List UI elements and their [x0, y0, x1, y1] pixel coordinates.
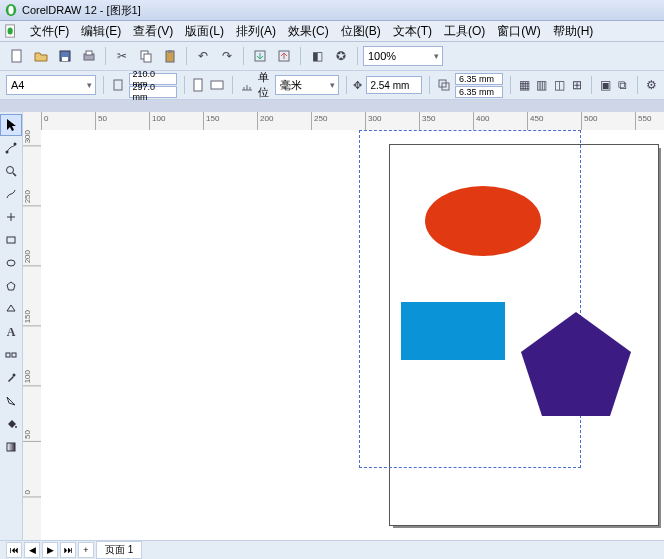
menu-file[interactable]: 文件(F)	[24, 21, 75, 42]
treat-as-filled-button[interactable]: ▣	[599, 74, 613, 96]
menu-window[interactable]: 窗口(W)	[491, 21, 546, 42]
page-dims-icon	[111, 77, 125, 93]
separator-icon	[510, 76, 511, 94]
property-bar: A4 210.0 mm 297.0 mm 单位 毫米 ✥ 2.54 mm 6.3…	[0, 71, 664, 100]
separator-icon	[186, 47, 187, 65]
svg-rect-8	[86, 51, 92, 55]
cut-button[interactable]: ✂	[111, 45, 133, 67]
svg-point-1	[8, 6, 13, 15]
dynamic-guides-button[interactable]: ⊞	[570, 74, 584, 96]
svg-rect-17	[211, 81, 223, 89]
page-height-field[interactable]: 297.0 mm	[129, 86, 177, 98]
separator-icon	[184, 76, 185, 94]
paper-size-dropdown[interactable]: A4	[6, 75, 96, 95]
separator-icon	[243, 47, 244, 65]
import-button[interactable]	[249, 45, 271, 67]
menu-tools[interactable]: 工具(O)	[438, 21, 491, 42]
menu-help[interactable]: 帮助(H)	[547, 21, 600, 42]
undo-button[interactable]: ↶	[192, 45, 214, 67]
units-icon	[240, 77, 254, 93]
corel-online-button[interactable]: ✪	[330, 45, 352, 67]
separator-icon	[103, 76, 104, 94]
svg-rect-16	[194, 79, 202, 91]
separator-icon	[105, 47, 106, 65]
menu-edit[interactable]: 编辑(E)	[75, 21, 127, 42]
app-launcher-button[interactable]: ◧	[306, 45, 328, 67]
units-value: 毫米	[280, 78, 302, 93]
standard-toolbar: ✂ ↶ ↷ ◧ ✪ 100%	[0, 42, 664, 71]
doc-icon	[4, 24, 18, 38]
svg-point-3	[8, 28, 13, 35]
draw-complex-button[interactable]: ⧉	[616, 74, 630, 96]
units-dropdown[interactable]: 毫米	[275, 75, 339, 95]
title-bar: CorelDRAW 12 - [图形1]	[0, 0, 664, 21]
app-title: CorelDRAW 12	[22, 4, 97, 16]
dup-offset-fields: 6.35 mm 6.35 mm	[455, 73, 503, 98]
doc-title: [图形1]	[107, 3, 141, 18]
options-button[interactable]: ⚙	[644, 74, 658, 96]
landscape-button[interactable]	[209, 74, 225, 96]
menu-bar: 文件(F) 编辑(E) 查看(V) 版面(L) 排列(A) 效果(C) 位图(B…	[0, 21, 664, 42]
nudge-icon: ✥	[353, 77, 362, 93]
page-size-fields: 210.0 mm 297.0 mm	[129, 73, 177, 98]
portrait-button[interactable]	[191, 74, 205, 96]
nudge-field[interactable]: 2.54 mm	[366, 76, 422, 94]
snap-to-grid-button[interactable]: ▦	[518, 74, 532, 96]
app-logo-icon	[4, 3, 18, 17]
paper-size-value: A4	[11, 79, 24, 91]
menu-text[interactable]: 文本(T)	[387, 21, 438, 42]
redo-button[interactable]: ↷	[216, 45, 238, 67]
svg-rect-6	[62, 57, 68, 61]
menu-bitmap[interactable]: 位图(B)	[335, 21, 387, 42]
dup-x-field[interactable]: 6.35 mm	[455, 73, 503, 85]
svg-rect-12	[168, 50, 172, 53]
menu-layout[interactable]: 版面(L)	[179, 21, 230, 42]
paste-button[interactable]	[159, 45, 181, 67]
save-button[interactable]	[54, 45, 76, 67]
open-button[interactable]	[30, 45, 52, 67]
separator-icon	[429, 76, 430, 94]
dup-offset-icon	[437, 77, 451, 93]
export-button[interactable]	[273, 45, 295, 67]
separator-icon	[346, 76, 347, 94]
svg-rect-4	[12, 50, 21, 62]
menu-arrange[interactable]: 排列(A)	[230, 21, 282, 42]
separator-icon	[357, 47, 358, 65]
title-sep: -	[97, 4, 107, 16]
svg-rect-15	[114, 80, 122, 90]
new-button[interactable]	[6, 45, 28, 67]
print-button[interactable]	[78, 45, 100, 67]
dup-y-field[interactable]: 6.35 mm	[455, 86, 503, 98]
menu-effects[interactable]: 效果(C)	[282, 21, 335, 42]
separator-icon	[591, 76, 592, 94]
snap-to-objects-button[interactable]: ◫	[553, 74, 567, 96]
menu-view[interactable]: 查看(V)	[127, 21, 179, 42]
snap-to-guides-button[interactable]: ▥	[535, 74, 549, 96]
copy-button[interactable]	[135, 45, 157, 67]
svg-rect-10	[144, 54, 151, 62]
units-label: 单位	[258, 70, 271, 100]
separator-icon	[637, 76, 638, 94]
zoom-dropdown[interactable]: 100%	[363, 46, 443, 66]
separator-icon	[232, 76, 233, 94]
separator-icon	[300, 47, 301, 65]
zoom-value: 100%	[368, 50, 396, 62]
